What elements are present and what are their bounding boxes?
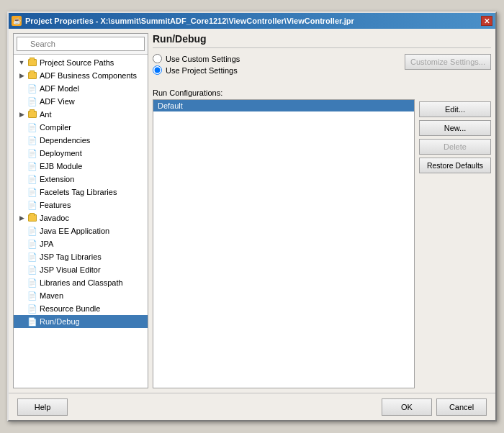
- tree-item-compiler[interactable]: 📄Compiler: [14, 121, 148, 134]
- tree-item-label: Maven: [40, 291, 63, 300]
- tree-item-label: Dependencies: [40, 136, 90, 145]
- main-window: ☕ Project Properties - X:\summit\SummitA…: [7, 12, 497, 421]
- radio-project-row: Use Project Settings: [153, 65, 240, 75]
- delete-button[interactable]: Delete: [419, 139, 491, 155]
- page-icon: 📄: [27, 239, 37, 249]
- tree-item-label: Libraries and Classpath: [40, 278, 123, 287]
- tree-item-label: ADF Business Components: [40, 71, 137, 80]
- tree-item-run-debug[interactable]: 📄Run/Debug: [14, 315, 148, 328]
- tree-item-label: Java EE Application: [40, 227, 109, 235]
- run-config-label: Run Configurations:: [153, 88, 415, 97]
- tree-item-java-ee-application[interactable]: 📄Java EE Application: [14, 224, 148, 237]
- search-container: 🔍: [14, 34, 148, 55]
- page-icon: 📄: [27, 304, 37, 314]
- expander-icon: ▶: [17, 109, 27, 119]
- page-icon: 📄: [27, 96, 37, 106]
- tree-item-label: Deployment: [40, 149, 82, 158]
- tree-item-label: Compiler: [40, 123, 71, 132]
- tree-item-adf-view[interactable]: 📄ADF View: [14, 95, 148, 108]
- search-input[interactable]: [17, 37, 145, 51]
- tree-item-features[interactable]: 📄Features: [14, 199, 148, 211]
- page-icon: 📄: [27, 291, 37, 301]
- page-icon: 📄: [27, 135, 37, 145]
- tree-item-maven[interactable]: 📄Maven: [14, 289, 148, 302]
- footer-right: OK Cancel: [382, 398, 487, 416]
- page-icon: 📄: [27, 148, 37, 158]
- radio-project[interactable]: [153, 65, 162, 75]
- action-buttons: Edit... New... Delete Restore Defaults: [419, 88, 491, 388]
- tree-item-jpa[interactable]: 📄JPA: [14, 237, 148, 250]
- tree-item-libraries-and-classpath[interactable]: 📄Libraries and Classpath: [14, 276, 148, 289]
- close-button[interactable]: ✕: [481, 16, 492, 26]
- tree-item-label: JSP Visual Editor: [40, 265, 101, 274]
- expander-icon: ▼: [17, 58, 27, 68]
- page-icon: 📄: [27, 265, 37, 275]
- page-icon: 📄: [27, 252, 37, 262]
- run-config-area: Run Configurations: Default Edit... New.…: [153, 88, 491, 388]
- new-button[interactable]: New...: [419, 120, 491, 136]
- tree-item-ejb-module[interactable]: 📄EJB Module: [14, 160, 148, 173]
- tree-item-adf-business-components[interactable]: ▶ADF Business Components: [14, 69, 148, 82]
- tree-item-facelets-tag-libraries[interactable]: 📄Facelets Tag Libraries: [14, 186, 148, 199]
- page-icon: 📄: [27, 316, 37, 327]
- tree-item-label: Facelets Tag Libraries: [40, 188, 117, 196]
- radio-project-label[interactable]: Use Project Settings: [166, 66, 238, 75]
- folder-icon: [27, 109, 37, 119]
- radio-group: Use Custom Settings Use Project Settings: [153, 54, 240, 77]
- tree-item-label: JSP Tag Libraries: [40, 252, 102, 261]
- right-panel: Run/Debug Use Custom Settings Use Projec…: [153, 33, 491, 388]
- folder-icon: [27, 70, 37, 81]
- page-icon: 📄: [27, 187, 37, 197]
- edit-button[interactable]: Edit...: [419, 101, 491, 117]
- cancel-button[interactable]: Cancel: [436, 398, 487, 416]
- customize-settings-button[interactable]: Customize Settings...: [405, 54, 491, 70]
- footer-left: Help: [17, 398, 68, 416]
- tree-item-javadoc[interactable]: ▶Javadoc: [14, 211, 148, 224]
- tree-item-adf-model[interactable]: 📄ADF Model: [14, 82, 148, 95]
- tree-item-label: Project Source Paths: [40, 58, 114, 67]
- tree-item-resource-bundle[interactable]: 📄Resource Bundle: [14, 302, 148, 315]
- tree-item-label: Resource Bundle: [40, 304, 100, 313]
- page-icon: 📄: [27, 174, 37, 184]
- page-icon: 📄: [27, 122, 37, 132]
- expander-icon: ▶: [17, 213, 27, 223]
- tree-item-deployment[interactable]: 📄Deployment: [14, 147, 148, 160]
- tree-item-jsp-visual-editor[interactable]: 📄JSP Visual Editor: [14, 263, 148, 276]
- restore-defaults-button[interactable]: Restore Defaults: [419, 158, 491, 173]
- page-icon: 📄: [27, 83, 37, 94]
- tree-item-jsp-tag-libraries[interactable]: 📄JSP Tag Libraries: [14, 250, 148, 263]
- panel-title: Run/Debug: [153, 33, 491, 48]
- page-icon: 📄: [27, 161, 37, 171]
- tree-item-label: Ant: [40, 110, 52, 119]
- ok-button[interactable]: OK: [382, 398, 432, 416]
- content-area: 🔍 ▼Project Source Paths▶ADF Business Com…: [9, 29, 495, 420]
- expander-icon: ▶: [17, 70, 27, 81]
- main-body: 🔍 ▼Project Source Paths▶ADF Business Com…: [9, 29, 495, 393]
- radio-custom-row: Use Custom Settings: [153, 54, 240, 63]
- search-wrapper: 🔍: [17, 37, 145, 51]
- config-item-default[interactable]: Default: [153, 100, 414, 111]
- folder-icon: [27, 58, 37, 68]
- left-panel: 🔍 ▼Project Source Paths▶ADF Business Com…: [13, 33, 148, 388]
- page-icon: 📄: [27, 200, 37, 210]
- tree-item-dependencies[interactable]: 📄Dependencies: [14, 134, 148, 147]
- window-title: Project Properties - X:\summit\SummitADF…: [25, 17, 481, 25]
- radio-custom[interactable]: [153, 54, 162, 63]
- tree-item-label: ADF View: [40, 97, 75, 106]
- tree-item-extension[interactable]: 📄Extension: [14, 173, 148, 186]
- page-icon: 📄: [27, 226, 37, 236]
- tree-item-ant[interactable]: ▶Ant: [14, 108, 148, 121]
- help-button[interactable]: Help: [17, 398, 68, 416]
- tree-item-label: EJB Module: [40, 162, 82, 170]
- radio-custom-label[interactable]: Use Custom Settings: [166, 55, 240, 63]
- page-icon: 📄: [27, 278, 37, 288]
- tree-item-label: Javadoc: [40, 214, 69, 222]
- app-icon: ☕: [12, 16, 22, 26]
- tree-item-project-source-paths[interactable]: ▼Project Source Paths: [14, 56, 148, 69]
- footer: Help OK Cancel: [9, 393, 495, 420]
- tree-item-label: Extension: [40, 175, 74, 183]
- tree-item-label: Features: [40, 201, 71, 209]
- tree-item-label: Run/Debug: [40, 317, 80, 326]
- tree-view: ▼Project Source Paths▶ADF Business Compo…: [14, 55, 148, 388]
- run-config-list[interactable]: Default: [153, 99, 415, 388]
